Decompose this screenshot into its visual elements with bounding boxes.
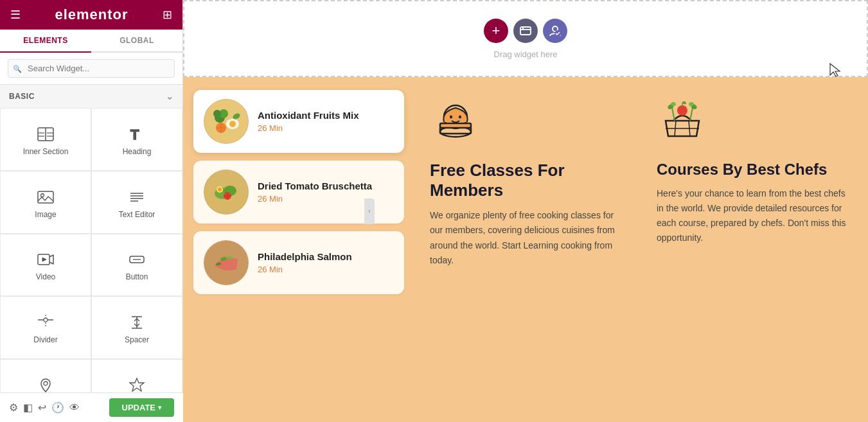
widget-inner-section[interactable]: Inner Section (0, 108, 91, 171)
user-button[interactable] (543, 19, 567, 43)
category-header[interactable]: BASIC ⌄ (0, 85, 182, 108)
sidebar: ☰ elementor ⊞ ELEMENTS GLOBAL BASIC ⌄ (0, 0, 183, 422)
update-button[interactable]: UPDATE ▾ (109, 398, 174, 417)
svg-rect-57 (440, 123, 471, 128)
recipe-list: Antioxidant Fruits Mix 26 Min (183, 77, 414, 422)
widget-image-label: Image (35, 210, 56, 219)
divider-icon (37, 313, 55, 331)
courses-desc: Here's your chance to learn from the bes… (657, 186, 853, 245)
undo-icon[interactable]: ↩ (38, 401, 46, 414)
cursor-indicator (828, 62, 841, 81)
svg-marker-26 (130, 378, 144, 391)
inner-section-icon (37, 125, 55, 143)
settings-icon[interactable]: ⚙ (9, 401, 18, 414)
google-maps-icon (37, 376, 55, 394)
svg-point-25 (44, 382, 48, 385)
widget-divider[interactable]: Divider (0, 296, 91, 359)
svg-point-32 (204, 100, 248, 143)
button-icon (128, 251, 146, 268)
svg-point-59 (459, 116, 461, 119)
free-classes-desc: We organize plenty of free cooking class… (430, 208, 626, 267)
recipe-time-0: 26 Min (258, 123, 394, 133)
widget-heading[interactable]: T Heading (91, 108, 182, 171)
svg-point-8 (41, 193, 44, 197)
free-classes-title: Free Classes For Members (430, 161, 626, 200)
widget-heading-label: Heading (123, 147, 152, 156)
history-icon[interactable]: 🕐 (51, 401, 64, 414)
svg-point-69 (677, 105, 687, 116)
recipe-card-2[interactable]: Philadelphia Salmon 26 Min (193, 231, 404, 294)
widget-image[interactable]: Image (0, 171, 91, 234)
sidebar-header: ☰ elementor ⊞ (0, 0, 182, 30)
hamburger-menu-icon[interactable]: ☰ (10, 8, 21, 22)
courses-title: Courses By Best Chefs (657, 161, 827, 179)
widget-spacer[interactable]: Spacer (91, 296, 182, 359)
widget-video[interactable]: Video (0, 234, 91, 297)
svg-point-19 (44, 318, 48, 322)
svg-line-63 (672, 108, 675, 121)
bottom-toolbar: ⚙ ◧ ↩ 🕐 👁 UPDATE ▾ (0, 392, 183, 422)
widget-divider-label: Divider (33, 335, 57, 344)
svg-point-49 (218, 188, 222, 191)
courses-column: Courses By Best Chefs Here's your chance… (641, 77, 868, 422)
widget-text-editor[interactable]: Text Editor (91, 171, 182, 234)
chevron-down-icon: ⌄ (166, 91, 174, 101)
svg-line-66 (690, 108, 693, 121)
widget-controls: + (484, 19, 567, 43)
recipe-img-1 (204, 170, 249, 215)
main-content: + Drag widget here (183, 0, 868, 422)
recipe-info-0: Antioxidant Fruits Mix 26 Min (258, 110, 394, 133)
drop-zone[interactable]: + Drag widget here (183, 0, 868, 77)
drag-hint: Drag widget here (494, 49, 558, 59)
svg-rect-7 (38, 191, 53, 203)
toolbar-icons: ⚙ ◧ ↩ 🕐 👁 (9, 401, 80, 414)
recipe-img-0 (204, 99, 249, 144)
svg-point-58 (450, 116, 452, 119)
widget-text-editor-label: Text Editor (119, 210, 155, 219)
video-icon (37, 251, 55, 268)
update-arrow-icon: ▾ (158, 404, 161, 411)
widgets-grid: Inner Section T Heading Image (0, 108, 182, 422)
tab-global[interactable]: GLOBAL (91, 30, 182, 51)
svg-text:T: T (130, 127, 139, 143)
recipe-time-2: 26 Min (258, 265, 394, 274)
svg-point-37 (229, 121, 236, 127)
heading-icon: T (128, 125, 146, 143)
search-bar (0, 53, 182, 85)
recipe-img-2 (204, 240, 249, 285)
collapse-sidebar-handle[interactable]: ‹ (364, 198, 375, 224)
text-editor-icon (128, 188, 146, 206)
widget-button-label: Button (126, 272, 148, 281)
category-label: BASIC (9, 92, 35, 101)
add-widget-button[interactable]: + (484, 19, 508, 43)
recipe-card-0[interactable]: Antioxidant Fruits Mix 26 Min (193, 90, 404, 153)
grid-icon[interactable]: ⊞ (163, 8, 172, 22)
spacer-icon (128, 313, 146, 331)
svg-marker-14 (42, 258, 46, 261)
sidebar-tabs: ELEMENTS GLOBAL (0, 30, 182, 53)
eye-icon[interactable]: 👁 (69, 402, 80, 414)
recipe-info-2: Philadelphia Salmon 26 Min (258, 251, 394, 274)
recipe-name-1: Dried Tomato Bruschetta (258, 180, 394, 191)
image-icon (37, 188, 55, 206)
widget-button[interactable]: Button (91, 234, 182, 297)
svg-point-35 (213, 110, 221, 118)
icon-widget-icon (128, 376, 146, 394)
widget-inner-section-label: Inner Section (23, 147, 69, 156)
recipe-name-0: Antioxidant Fruits Mix (258, 110, 394, 121)
widget-spacer-label: Spacer (125, 335, 149, 344)
widget-video-label: Video (36, 272, 55, 281)
elementor-logo: elementor (55, 6, 128, 23)
tab-elements[interactable]: ELEMENTS (0, 30, 91, 53)
layers-icon[interactable]: ◧ (23, 401, 33, 414)
info-column: Free Classes For Members We organize ple… (414, 77, 641, 422)
basket-icon (657, 96, 708, 150)
chef-hat-icon (430, 96, 481, 150)
recipe-name-2: Philadelphia Salmon (258, 251, 394, 262)
nav-button[interactable] (513, 19, 538, 43)
svg-rect-27 (520, 27, 531, 35)
content-section: Antioxidant Fruits Mix 26 Min (183, 77, 868, 422)
search-input[interactable] (8, 59, 175, 78)
